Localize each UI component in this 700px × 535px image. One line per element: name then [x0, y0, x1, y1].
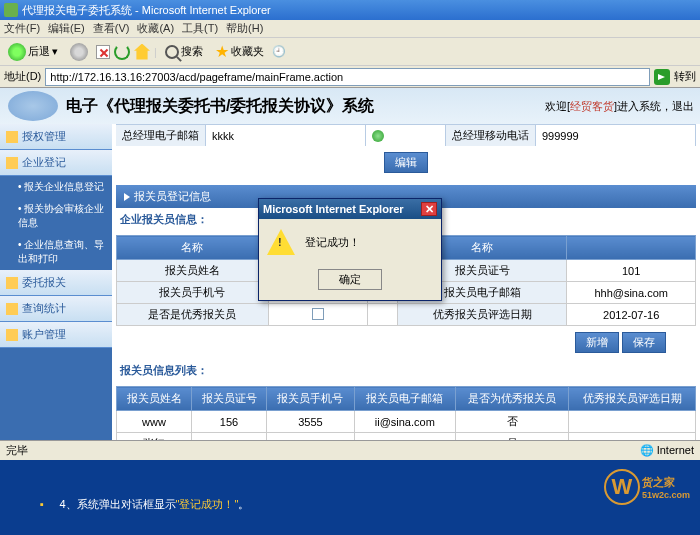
menu-file[interactable]: 文件(F): [4, 21, 40, 36]
date-val[interactable]: 2012-07-16: [567, 304, 696, 326]
radio-icon[interactable]: [372, 130, 384, 142]
forward-icon: [70, 43, 88, 61]
declarant-table: 报关员姓名 报关员证号 报关员手机号 报关员电子邮箱 是否为优秀报关员 优秀报关…: [116, 386, 696, 440]
search-button[interactable]: 搜索: [161, 42, 207, 61]
sidebar-item-register[interactable]: 企业登记: [0, 150, 112, 176]
form-row-gm: 总经理电子邮箱 kkkk 总经理移动电话 999999: [116, 124, 696, 146]
window-title-bar: 代理报关电子委托系统 - Microsoft Internet Explorer: [0, 0, 700, 20]
status-zone: 🌐 Internet: [640, 444, 694, 457]
dialog-message: 登记成功！: [305, 235, 360, 250]
sidebar-item-entrust[interactable]: 委托报关: [0, 270, 112, 296]
go-label[interactable]: 转到: [674, 69, 696, 84]
save-button[interactable]: 保存: [622, 332, 666, 353]
status-done: 完毕: [6, 443, 28, 458]
folder-icon: [6, 157, 18, 169]
alert-dialog: Microsoft Internet Explorer ✕ 登记成功！ 确定: [258, 198, 442, 301]
date-label: 优秀报关员评选日期: [398, 304, 567, 326]
cert-val[interactable]: 101: [567, 260, 696, 282]
address-bar: 地址(D) http://172.16.13.16:27003/acd/page…: [0, 66, 700, 88]
table-header-row: 报关员姓名 报关员证号 报关员手机号 报关员电子邮箱 是否为优秀报关员 优秀报关…: [117, 387, 696, 411]
address-input[interactable]: http://172.16.13.16:27003/acd/pageframe/…: [45, 68, 650, 86]
sidebar-item-query[interactable]: 查询统计: [0, 296, 112, 322]
edit-button[interactable]: 编辑: [384, 152, 428, 173]
app-title: 电子《代理报关委托书/委托报关协议》系统: [66, 96, 374, 117]
logo: [8, 91, 58, 121]
folder-icon: [6, 277, 18, 289]
sidebar-item-account[interactable]: 账户管理: [0, 322, 112, 348]
dialog-title: Microsoft Internet Explorer: [263, 203, 404, 215]
go-icon[interactable]: [654, 69, 670, 85]
back-button[interactable]: 后退 ▾: [4, 41, 62, 63]
menu-help[interactable]: 帮助(H): [226, 21, 263, 36]
refresh-icon[interactable]: [114, 44, 130, 60]
window-title: 代理报关电子委托系统 - Microsoft Internet Explorer: [22, 3, 271, 18]
forward-button[interactable]: [66, 41, 92, 63]
excellent-checkbox[interactable]: [312, 308, 324, 320]
stop-icon[interactable]: [96, 45, 110, 59]
sidebar-sub-1[interactable]: 报关协会审核企业信息: [0, 198, 112, 234]
app-header: 电子《代理报关委托书/委托报关协议》系统 欢迎[经贸客货]进入系统，退出: [0, 88, 700, 124]
menu-fav[interactable]: 收藏(A): [137, 21, 174, 36]
sidebar-item-auth[interactable]: 授权管理: [0, 124, 112, 150]
gm-email-label: 总经理电子邮箱: [116, 125, 206, 146]
menu-tools[interactable]: 工具(T): [182, 21, 218, 36]
home-icon[interactable]: [134, 44, 150, 60]
address-label: 地址(D): [4, 69, 41, 84]
sidebar-sub-2[interactable]: 企业信息查询、导出和打印: [0, 234, 112, 270]
dialog-title-bar: Microsoft Internet Explorer ✕: [259, 199, 441, 219]
add-button[interactable]: 新增: [575, 332, 619, 353]
folder-icon: [6, 131, 18, 143]
ok-button[interactable]: 确定: [318, 269, 382, 290]
watermark: W 货之家 51w2c.com: [604, 469, 690, 505]
sidebar-sub-0[interactable]: 报关企业信息登记: [0, 176, 112, 198]
gm-phone-val[interactable]: 999999: [536, 125, 696, 146]
table-row[interactable]: 张红101990923849hhh@sina.com是2012-07-16: [117, 433, 696, 441]
folder-icon: [6, 329, 18, 341]
menu-bar[interactable]: 文件(F) 编辑(E) 查看(V) 收藏(A) 工具(T) 帮助(H): [0, 20, 700, 38]
status-bar: 完毕 🌐 Internet: [0, 440, 700, 460]
mobile-label: 报关员手机号: [117, 282, 269, 304]
warning-icon: [267, 229, 295, 255]
name-label: 报关员姓名: [117, 260, 269, 282]
bullet-icon: ▪: [40, 498, 44, 510]
table-row[interactable]: www1563555ii@sina.com否: [117, 411, 696, 433]
section-sub-2: 报关员信息列表：: [116, 359, 696, 382]
watermark-badge: W: [604, 469, 640, 505]
welcome-text: 欢迎[经贸客货]进入系统，退出: [545, 99, 694, 114]
menu-edit[interactable]: 编辑(E): [48, 21, 85, 36]
slide-caption: ▪ 4、系统弹出对话框显示"登记成功！"。: [40, 490, 249, 513]
excellent-label: 是否是优秀报关员: [117, 304, 269, 326]
search-icon: [165, 45, 179, 59]
menu-view[interactable]: 查看(V): [93, 21, 130, 36]
star-icon: ★: [215, 42, 229, 61]
pointer-icon: [124, 193, 130, 201]
history-icon[interactable]: 🕘: [272, 45, 286, 58]
gm-email-val[interactable]: kkkk: [206, 125, 366, 146]
sidebar: 授权管理 企业登记 报关企业信息登记 报关协会审核企业信息 企业信息查询、导出和…: [0, 124, 112, 440]
toolbar: 后退 ▾ | 搜索 ★收藏夹 🕘: [0, 38, 700, 66]
folder-icon: [6, 303, 18, 315]
dialog-body: 登记成功！: [259, 219, 441, 265]
close-icon[interactable]: ✕: [421, 202, 437, 216]
back-icon: [8, 43, 26, 61]
favorites-button[interactable]: ★收藏夹: [211, 40, 268, 63]
email-val[interactable]: hhh@sina.com: [567, 282, 696, 304]
gm-phone-label: 总经理移动电话: [446, 125, 536, 146]
app-icon: [4, 3, 18, 17]
